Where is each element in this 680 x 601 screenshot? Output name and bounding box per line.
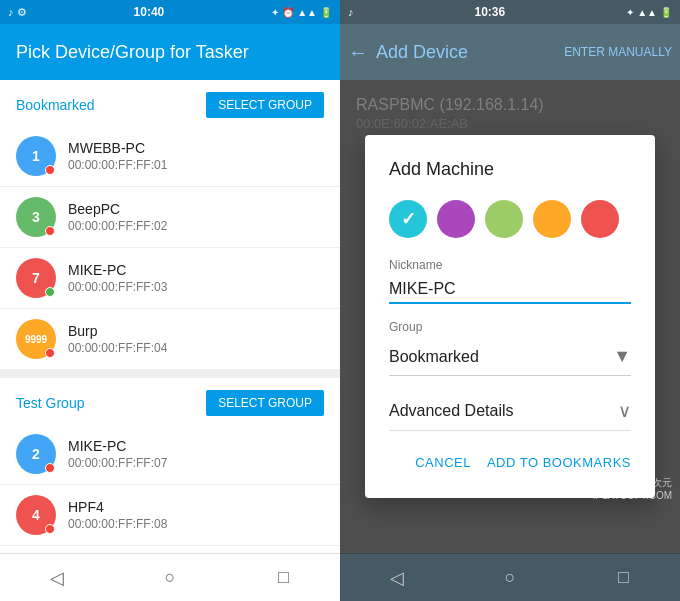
nav-bar-right: ◁ ○ □ (340, 553, 680, 601)
advanced-details-toggle[interactable]: Advanced Details ∨ (389, 392, 631, 431)
avatar: 7 (16, 258, 56, 298)
device-name: Burp (68, 323, 167, 339)
device-name: HPF4 (68, 499, 167, 515)
list-item[interactable]: 2 MIKE-PC 00:00:00:FF:FF:07 (0, 424, 340, 485)
status-icons-left: ✦ ⏰ ▲▲ 🔋 (271, 7, 332, 18)
color-option-teal[interactable]: ✓ (389, 200, 427, 238)
status-badge (45, 348, 55, 358)
left-panel: ♪ ⚙ 10:40 ✦ ⏰ ▲▲ 🔋 Pick Device/Group for… (0, 0, 340, 601)
avatar: 9999 (16, 319, 56, 359)
back-arrow-icon[interactable]: ← (348, 41, 368, 64)
group-label: Group (389, 320, 631, 334)
device-name: MWEBB-PC (68, 140, 167, 156)
avatar: 3 (16, 197, 56, 237)
signal-icon-right: ▲▲ (637, 7, 657, 18)
status-icons-right: ✦ ▲▲ 🔋 (626, 7, 672, 18)
enter-manually-button[interactable]: ENTER MANUALLY (564, 45, 672, 59)
recent-button-left[interactable]: □ (259, 554, 307, 602)
device-mac: 00:00:00:FF:FF:03 (68, 280, 167, 294)
page-title-left: Pick Device/Group for Tasker (16, 42, 249, 63)
advanced-label: Advanced Details (389, 402, 514, 420)
add-machine-dialog: Add Machine ✓ Nickname Group B (365, 135, 655, 498)
signal-icon: ▲▲ (297, 7, 317, 18)
bluetooth-icon: ✦ (271, 7, 279, 18)
notification-icons: ♪ ⚙ (8, 6, 27, 19)
device-info: Burp 00:00:00:FF:FF:04 (68, 323, 167, 355)
device-list: Bookmarked SELECT GROUP 1 MWEBB-PC 00:00… (0, 80, 340, 553)
time-right: 10:36 (475, 5, 506, 19)
avatar: 1 (16, 136, 56, 176)
device-name: MIKE-PC (68, 438, 167, 454)
bookmarked-section-header: Bookmarked SELECT GROUP (0, 80, 340, 126)
list-item[interactable]: 4 HPF4 00:00:00:FF:FF:08 (0, 485, 340, 546)
status-badge (45, 287, 55, 297)
test-group-title: Test Group (16, 395, 84, 411)
color-picker: ✓ (389, 200, 631, 238)
status-badge (45, 524, 55, 534)
header-right: ← Add Device ENTER MANUALLY (340, 24, 680, 80)
home-button-left[interactable]: ○ (146, 554, 194, 602)
header-left-group: ← Add Device (348, 41, 468, 64)
device-mac: 00:00:00:FF:FF:02 (68, 219, 167, 233)
list-item[interactable]: 3 BeepPC 00:00:00:FF:FF:02 (0, 187, 340, 248)
back-button-left[interactable]: ◁ (33, 554, 81, 602)
test-group-section-header: Test Group SELECT GROUP (0, 378, 340, 424)
page-title-right: Add Device (376, 42, 468, 63)
device-name: MIKE-PC (68, 262, 167, 278)
watermark-line1: 异次元 (593, 476, 672, 490)
color-option-green[interactable] (485, 200, 523, 238)
dialog-actions: CANCEL ADD TO BOOKMARKS (389, 451, 631, 474)
device-info: MIKE-PC 00:00:00:FF:FF:03 (68, 262, 167, 294)
right-panel: ♪ 10:36 ✦ ▲▲ 🔋 ← Add Device ENTER MANUAL… (340, 0, 680, 601)
select-group-btn-test[interactable]: SELECT GROUP (206, 390, 324, 416)
back-button-right[interactable]: ◁ (373, 554, 421, 602)
group-value: Bookmarked (389, 348, 479, 366)
status-bar-right: ♪ 10:36 ✦ ▲▲ 🔋 (340, 0, 680, 24)
bluetooth-icon-right: ✦ (626, 7, 634, 18)
device-info: BeepPC 00:00:00:FF:FF:02 (68, 201, 167, 233)
battery-icon-right: 🔋 (660, 7, 672, 18)
header-left: Pick Device/Group for Tasker (0, 24, 340, 80)
color-option-purple[interactable] (437, 200, 475, 238)
add-to-bookmarks-button[interactable]: ADD TO BOOKMARKS (487, 451, 631, 474)
color-option-orange[interactable] (533, 200, 571, 238)
status-badge (45, 226, 55, 236)
recent-button-right[interactable]: □ (599, 554, 647, 602)
time-left: 10:40 (134, 5, 165, 19)
avatar: 4 (16, 495, 56, 535)
device-mac: 00:00:00:FF:FF:08 (68, 517, 167, 531)
group-select[interactable]: Bookmarked ▼ (389, 338, 631, 376)
color-option-red[interactable] (581, 200, 619, 238)
alarm-icon: ⏰ (282, 7, 294, 18)
expand-icon: ∨ (618, 400, 631, 422)
battery-icon: 🔋 (320, 7, 332, 18)
device-info: MWEBB-PC 00:00:00:FF:FF:01 (68, 140, 167, 172)
selected-check-icon: ✓ (401, 208, 416, 230)
avatar: 2 (16, 434, 56, 474)
nav-bar-left: ◁ ○ □ (0, 553, 340, 601)
device-mac: 00:00:00:FF:FF:01 (68, 158, 167, 172)
list-item[interactable]: 9999 Burp 00:00:00:FF:FF:04 (0, 309, 340, 370)
status-badge (45, 463, 55, 473)
list-item[interactable]: 1 MWEBB-PC 00:00:00:FF:FF:01 (0, 126, 340, 187)
home-button-right[interactable]: ○ (486, 554, 534, 602)
device-mac: 00:00:00:FF:FF:07 (68, 456, 167, 470)
device-info: HPF4 00:00:00:FF:FF:08 (68, 499, 167, 531)
bookmarked-title: Bookmarked (16, 97, 95, 113)
list-item[interactable]: 7 MIKE-PC 00:00:00:FF:FF:03 (0, 248, 340, 309)
cancel-button[interactable]: CANCEL (415, 451, 471, 474)
status-bar-left: ♪ ⚙ 10:40 ✦ ⏰ ▲▲ 🔋 (0, 0, 340, 24)
notification-icons-right: ♪ (348, 6, 354, 18)
device-info: MIKE-PC 00:00:00:FF:FF:07 (68, 438, 167, 470)
nickname-input[interactable] (389, 276, 631, 304)
device-mac: 00:00:00:FF:FF:04 (68, 341, 167, 355)
select-group-btn-bookmarked[interactable]: SELECT GROUP (206, 92, 324, 118)
dialog-title: Add Machine (389, 159, 631, 180)
watermark: 异次元 IPLAYSOFT.COM (593, 476, 672, 501)
watermark-line2: IPLAYSOFT.COM (593, 490, 672, 501)
dropdown-arrow-icon: ▼ (613, 346, 631, 367)
device-name: BeepPC (68, 201, 167, 217)
status-badge (45, 165, 55, 175)
nickname-label: Nickname (389, 258, 631, 272)
section-divider (0, 370, 340, 378)
